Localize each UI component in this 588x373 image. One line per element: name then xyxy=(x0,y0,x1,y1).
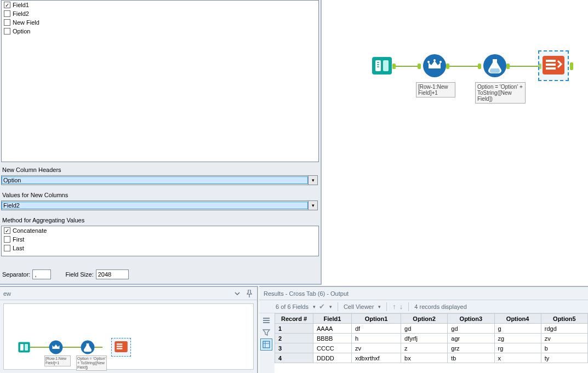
svg-rect-16 xyxy=(20,344,24,351)
formula-tool-icon[interactable] xyxy=(483,54,507,78)
workflow-canvas[interactable]: [Row-1:New Field]+1 Option = 'Option' + … xyxy=(323,0,588,285)
results-pane: Results - Cross Tab (6) - Output 6 of 6 … xyxy=(259,286,588,373)
table-row[interactable]: 2BBBBhdfyrfjagrzgzv xyxy=(275,334,588,343)
text-input-tool-icon[interactable] xyxy=(370,54,394,78)
dropdown-icon[interactable]: ▾ xyxy=(308,176,317,185)
new-column-headers-select[interactable]: Option ▾ xyxy=(1,175,318,185)
arrow-up-icon[interactable]: ↑ xyxy=(392,302,396,311)
field-size-input[interactable] xyxy=(96,269,129,279)
column-header[interactable]: Option2 xyxy=(401,314,448,324)
data-cell[interactable]: b xyxy=(541,343,587,353)
table-row[interactable]: 4DDDDxdbxrthxfbxtbxty xyxy=(275,353,588,363)
data-cell[interactable]: z xyxy=(401,343,448,353)
data-cell[interactable]: agr xyxy=(448,334,494,343)
separator-input[interactable] xyxy=(32,269,51,279)
data-cell[interactable]: gd xyxy=(448,324,494,334)
data-cell[interactable]: df xyxy=(351,324,401,334)
data-cell[interactable]: CCCC xyxy=(313,343,352,353)
field-list-item[interactable]: Option xyxy=(2,27,318,36)
svg-rect-22 xyxy=(117,346,123,347)
table-row[interactable]: 1AAAAdfgdgdgrdgd xyxy=(275,324,588,334)
view-data-icon[interactable] xyxy=(260,338,272,351)
values-for-new-columns-select[interactable]: Field2 ▾ xyxy=(1,200,318,210)
view-filter-icon[interactable] xyxy=(260,326,272,338)
data-cell[interactable]: tb xyxy=(448,353,494,363)
checkbox-newfield[interactable] xyxy=(4,19,10,26)
field-list-item[interactable]: New Field xyxy=(2,18,318,27)
combo-value: Option xyxy=(2,176,308,184)
column-header[interactable]: Option3 xyxy=(448,314,494,324)
svg-rect-27 xyxy=(263,341,270,348)
checkbox-first[interactable] xyxy=(4,236,10,243)
svg-rect-12 xyxy=(546,60,556,62)
checkbox-option[interactable] xyxy=(4,28,10,35)
text-input-tool-icon[interactable] xyxy=(17,340,31,355)
agg-label: Last xyxy=(13,245,24,251)
data-cell[interactable]: ty xyxy=(541,353,587,363)
agg-option[interactable]: Last xyxy=(2,244,318,253)
column-header[interactable]: Option1 xyxy=(351,314,401,324)
data-cell[interactable]: zv xyxy=(351,343,401,353)
chevron-down-icon[interactable]: ▾ xyxy=(378,304,381,309)
field-label: Field1 xyxy=(13,2,29,8)
svg-rect-14 xyxy=(546,67,556,70)
chevron-down-icon[interactable]: ▾ xyxy=(329,304,332,309)
chevron-down-icon[interactable] xyxy=(233,289,242,298)
data-cell[interactable]: x xyxy=(494,353,541,363)
results-toolbar: 6 of 6 Fields ▾ ✔ ▾ Cell Viewer ▾ ↑ ↓ 4 … xyxy=(259,300,588,313)
arrow-down-icon[interactable]: ↓ xyxy=(399,302,403,311)
cross-tab-tool-icon[interactable] xyxy=(543,56,564,74)
field-list-item[interactable]: Field1 xyxy=(2,1,318,9)
field-list-item[interactable]: Field2 xyxy=(2,9,318,18)
checkbox-last[interactable] xyxy=(4,245,10,251)
data-cell[interactable]: xdbxrthxf xyxy=(351,353,401,363)
data-cell[interactable]: zv xyxy=(541,334,587,343)
method-aggregating-label: Method for Aggregating Values xyxy=(2,217,84,223)
checkbox-concatenate[interactable] xyxy=(4,227,10,234)
multi-row-formula-tool-icon[interactable] xyxy=(423,54,447,78)
dropdown-icon[interactable]: ▾ xyxy=(308,201,317,210)
data-cell[interactable]: DDDD xyxy=(313,353,352,363)
data-cell[interactable]: zg xyxy=(494,334,541,343)
column-header[interactable]: Option4 xyxy=(494,314,541,324)
data-cell[interactable]: bx xyxy=(401,353,448,363)
table-row[interactable]: 3CCCCzvzgrzrgb xyxy=(275,343,588,353)
row-number-cell[interactable]: 1 xyxy=(275,324,313,334)
overview-mini-canvas[interactable]: [Row-1:New Field]+1 Option = 'Option' + … xyxy=(3,303,254,370)
output-anchor[interactable] xyxy=(570,62,573,70)
checkmark-icon[interactable]: ✔ xyxy=(319,302,325,311)
data-cell[interactable]: AAAA xyxy=(313,324,352,334)
row-number-cell[interactable]: 3 xyxy=(275,343,313,353)
data-cell[interactable]: BBBB xyxy=(313,334,352,343)
fields-summary[interactable]: 6 of 6 Fields xyxy=(276,303,309,310)
column-header[interactable]: Option5 xyxy=(541,314,587,324)
row-number-cell[interactable]: 4 xyxy=(275,353,313,363)
data-cell[interactable]: rg xyxy=(494,343,541,353)
data-cell[interactable]: grz xyxy=(448,343,494,353)
svg-rect-0 xyxy=(372,57,392,74)
agg-option[interactable]: First xyxy=(2,235,318,244)
checkbox-field2[interactable] xyxy=(4,10,10,17)
cross-tab-tool-icon[interactable] xyxy=(115,341,128,353)
data-cell[interactable]: gd xyxy=(401,324,448,334)
cell-viewer-button[interactable]: Cell Viewer xyxy=(344,303,374,310)
results-grid[interactable]: Record #Field1Option1Option2Option3Optio… xyxy=(275,313,588,373)
checkbox-field1[interactable] xyxy=(4,2,10,8)
agg-option[interactable]: Concatenate xyxy=(2,226,318,235)
column-header[interactable]: Record # xyxy=(275,314,313,324)
row-number-cell[interactable]: 2 xyxy=(275,334,313,343)
multi-row-formula-tool-icon[interactable] xyxy=(49,340,63,355)
svg-rect-2 xyxy=(383,60,389,71)
data-cell[interactable]: rdgd xyxy=(541,324,587,334)
chevron-down-icon[interactable]: ▾ xyxy=(313,304,316,309)
column-header[interactable]: Field1 xyxy=(313,314,352,324)
pin-icon[interactable] xyxy=(245,289,254,298)
svg-point-8 xyxy=(433,59,436,61)
formula-tool-icon[interactable] xyxy=(81,340,95,355)
data-cell[interactable]: g xyxy=(494,324,541,334)
data-cell[interactable]: dfyrfj xyxy=(401,334,448,343)
data-cell[interactable]: h xyxy=(351,334,401,343)
group-by-field-list[interactable]: Field1 Field2 New Field Option xyxy=(1,0,319,162)
view-metadata-icon[interactable] xyxy=(260,314,272,326)
connector xyxy=(394,66,419,67)
